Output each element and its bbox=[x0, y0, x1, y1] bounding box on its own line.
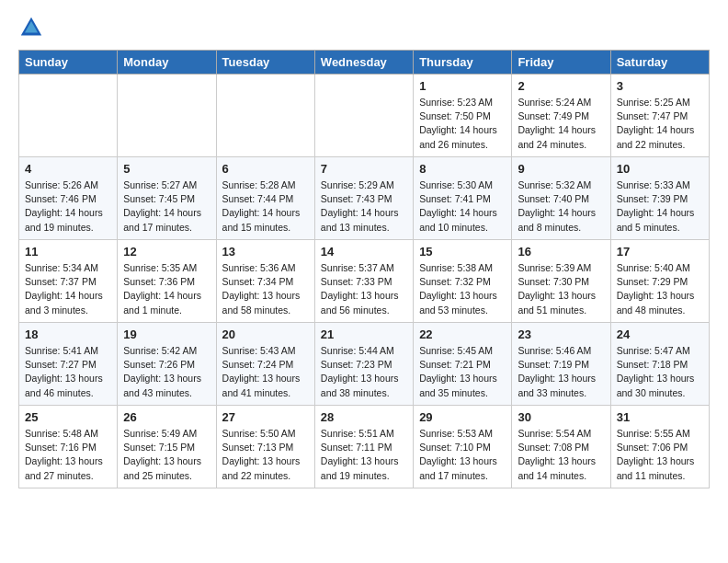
day-number: 1 bbox=[419, 79, 506, 93]
day-number: 9 bbox=[518, 162, 604, 176]
cell-info: Sunrise: 5:25 AM Sunset: 7:47 PM Dayligh… bbox=[617, 96, 703, 152]
calendar-cell bbox=[314, 75, 413, 157]
day-number: 10 bbox=[617, 162, 703, 176]
cell-info: Sunrise: 5:32 AM Sunset: 7:40 PM Dayligh… bbox=[518, 178, 604, 235]
cell-info: Sunrise: 5:35 AM Sunset: 7:36 PM Dayligh… bbox=[123, 261, 210, 317]
day-number: 31 bbox=[617, 410, 703, 424]
cell-info: Sunrise: 5:54 AM Sunset: 7:08 PM Dayligh… bbox=[518, 427, 604, 483]
cell-info: Sunrise: 5:40 AM Sunset: 7:29 PM Dayligh… bbox=[617, 261, 703, 317]
calendar-cell: 21Sunrise: 5:44 AM Sunset: 7:23 PM Dayli… bbox=[314, 323, 413, 406]
day-number: 5 bbox=[123, 162, 210, 176]
calendar-cell: 6Sunrise: 5:28 AM Sunset: 7:44 PM Daylig… bbox=[216, 157, 314, 240]
calendar-cell: 24Sunrise: 5:47 AM Sunset: 7:18 PM Dayli… bbox=[610, 323, 709, 406]
calendar-cell: 12Sunrise: 5:35 AM Sunset: 7:36 PM Dayli… bbox=[118, 240, 216, 323]
cell-info: Sunrise: 5:30 AM Sunset: 7:41 PM Dayligh… bbox=[419, 178, 506, 235]
calendar-cell: 4Sunrise: 5:26 AM Sunset: 7:46 PM Daylig… bbox=[19, 157, 118, 240]
calendar-cell: 8Sunrise: 5:30 AM Sunset: 7:41 PM Daylig… bbox=[414, 157, 512, 240]
cell-info: Sunrise: 5:34 AM Sunset: 7:37 PM Dayligh… bbox=[25, 261, 111, 317]
calendar-cell: 11Sunrise: 5:34 AM Sunset: 7:37 PM Dayli… bbox=[19, 240, 118, 323]
cell-info: Sunrise: 5:43 AM Sunset: 7:24 PM Dayligh… bbox=[222, 344, 309, 400]
day-number: 23 bbox=[518, 327, 604, 341]
calendar-week-row: 1Sunrise: 5:23 AM Sunset: 7:50 PM Daylig… bbox=[19, 75, 710, 157]
column-header-thursday: Thursday bbox=[414, 51, 512, 75]
cell-info: Sunrise: 5:55 AM Sunset: 7:06 PM Dayligh… bbox=[617, 427, 703, 483]
calendar-week-row: 18Sunrise: 5:41 AM Sunset: 7:27 PM Dayli… bbox=[19, 323, 710, 406]
calendar-cell: 13Sunrise: 5:36 AM Sunset: 7:34 PM Dayli… bbox=[216, 240, 314, 323]
day-number: 2 bbox=[518, 79, 604, 93]
logo bbox=[18, 15, 48, 40]
calendar-table: SundayMondayTuesdayWednesdayThursdayFrid… bbox=[18, 50, 710, 488]
column-header-monday: Monday bbox=[118, 51, 216, 75]
page-header bbox=[18, 15, 710, 40]
cell-info: Sunrise: 5:45 AM Sunset: 7:21 PM Dayligh… bbox=[419, 344, 506, 400]
day-number: 17 bbox=[617, 245, 703, 259]
calendar-cell bbox=[19, 75, 118, 157]
calendar-week-row: 4Sunrise: 5:26 AM Sunset: 7:46 PM Daylig… bbox=[19, 157, 710, 240]
calendar-cell: 10Sunrise: 5:33 AM Sunset: 7:39 PM Dayli… bbox=[610, 157, 709, 240]
day-number: 29 bbox=[419, 410, 506, 424]
calendar-cell: 31Sunrise: 5:55 AM Sunset: 7:06 PM Dayli… bbox=[610, 406, 709, 488]
day-number: 12 bbox=[123, 245, 210, 259]
column-header-tuesday: Tuesday bbox=[216, 51, 314, 75]
calendar-cell: 7Sunrise: 5:29 AM Sunset: 7:43 PM Daylig… bbox=[314, 157, 413, 240]
day-number: 22 bbox=[419, 327, 506, 341]
cell-info: Sunrise: 5:50 AM Sunset: 7:13 PM Dayligh… bbox=[222, 427, 309, 483]
day-number: 16 bbox=[518, 245, 604, 259]
cell-info: Sunrise: 5:53 AM Sunset: 7:10 PM Dayligh… bbox=[419, 427, 506, 483]
cell-info: Sunrise: 5:48 AM Sunset: 7:16 PM Dayligh… bbox=[25, 427, 111, 483]
cell-info: Sunrise: 5:47 AM Sunset: 7:18 PM Dayligh… bbox=[617, 344, 703, 400]
day-number: 24 bbox=[617, 327, 703, 341]
calendar-cell: 2Sunrise: 5:24 AM Sunset: 7:49 PM Daylig… bbox=[512, 75, 610, 157]
cell-info: Sunrise: 5:27 AM Sunset: 7:45 PM Dayligh… bbox=[123, 178, 210, 235]
day-number: 11 bbox=[25, 245, 111, 259]
cell-info: Sunrise: 5:28 AM Sunset: 7:44 PM Dayligh… bbox=[222, 178, 309, 235]
calendar-cell: 22Sunrise: 5:45 AM Sunset: 7:21 PM Dayli… bbox=[414, 323, 512, 406]
calendar-cell: 20Sunrise: 5:43 AM Sunset: 7:24 PM Dayli… bbox=[216, 323, 314, 406]
day-number: 7 bbox=[321, 162, 407, 176]
day-number: 8 bbox=[419, 162, 506, 176]
day-number: 25 bbox=[25, 410, 111, 424]
cell-info: Sunrise: 5:44 AM Sunset: 7:23 PM Dayligh… bbox=[321, 344, 407, 400]
cell-info: Sunrise: 5:49 AM Sunset: 7:15 PM Dayligh… bbox=[123, 427, 210, 483]
calendar-week-row: 25Sunrise: 5:48 AM Sunset: 7:16 PM Dayli… bbox=[19, 406, 710, 488]
calendar-header-row: SundayMondayTuesdayWednesdayThursdayFrid… bbox=[19, 51, 710, 75]
calendar-cell bbox=[118, 75, 216, 157]
calendar-cell: 23Sunrise: 5:46 AM Sunset: 7:19 PM Dayli… bbox=[512, 323, 610, 406]
column-header-sunday: Sunday bbox=[19, 51, 118, 75]
calendar-week-row: 11Sunrise: 5:34 AM Sunset: 7:37 PM Dayli… bbox=[19, 240, 710, 323]
logo-icon bbox=[18, 15, 44, 40]
calendar-cell: 30Sunrise: 5:54 AM Sunset: 7:08 PM Dayli… bbox=[512, 406, 610, 488]
day-number: 19 bbox=[123, 327, 210, 341]
calendar-cell bbox=[216, 75, 314, 157]
cell-info: Sunrise: 5:51 AM Sunset: 7:11 PM Dayligh… bbox=[321, 427, 407, 483]
calendar-cell: 28Sunrise: 5:51 AM Sunset: 7:11 PM Dayli… bbox=[314, 406, 413, 488]
cell-info: Sunrise: 5:24 AM Sunset: 7:49 PM Dayligh… bbox=[518, 96, 604, 152]
calendar-cell: 16Sunrise: 5:39 AM Sunset: 7:30 PM Dayli… bbox=[512, 240, 610, 323]
column-header-wednesday: Wednesday bbox=[314, 51, 413, 75]
cell-info: Sunrise: 5:33 AM Sunset: 7:39 PM Dayligh… bbox=[617, 178, 703, 235]
cell-info: Sunrise: 5:41 AM Sunset: 7:27 PM Dayligh… bbox=[25, 344, 111, 400]
day-number: 14 bbox=[321, 245, 407, 259]
cell-info: Sunrise: 5:29 AM Sunset: 7:43 PM Dayligh… bbox=[321, 178, 407, 235]
calendar-cell: 17Sunrise: 5:40 AM Sunset: 7:29 PM Dayli… bbox=[610, 240, 709, 323]
column-header-friday: Friday bbox=[512, 51, 610, 75]
day-number: 27 bbox=[222, 410, 309, 424]
cell-info: Sunrise: 5:42 AM Sunset: 7:26 PM Dayligh… bbox=[123, 344, 210, 400]
day-number: 4 bbox=[25, 162, 111, 176]
cell-info: Sunrise: 5:39 AM Sunset: 7:30 PM Dayligh… bbox=[518, 261, 604, 317]
day-number: 15 bbox=[419, 245, 506, 259]
day-number: 21 bbox=[321, 327, 407, 341]
cell-info: Sunrise: 5:38 AM Sunset: 7:32 PM Dayligh… bbox=[419, 261, 506, 317]
cell-info: Sunrise: 5:37 AM Sunset: 7:33 PM Dayligh… bbox=[321, 261, 407, 317]
day-number: 20 bbox=[222, 327, 309, 341]
column-header-saturday: Saturday bbox=[610, 51, 709, 75]
day-number: 30 bbox=[518, 410, 604, 424]
calendar-cell: 27Sunrise: 5:50 AM Sunset: 7:13 PM Dayli… bbox=[216, 406, 314, 488]
calendar-cell: 3Sunrise: 5:25 AM Sunset: 7:47 PM Daylig… bbox=[610, 75, 709, 157]
cell-info: Sunrise: 5:46 AM Sunset: 7:19 PM Dayligh… bbox=[518, 344, 604, 400]
calendar-cell: 19Sunrise: 5:42 AM Sunset: 7:26 PM Dayli… bbox=[118, 323, 216, 406]
calendar-cell: 14Sunrise: 5:37 AM Sunset: 7:33 PM Dayli… bbox=[314, 240, 413, 323]
cell-info: Sunrise: 5:26 AM Sunset: 7:46 PM Dayligh… bbox=[25, 178, 111, 235]
day-number: 13 bbox=[222, 245, 309, 259]
day-number: 18 bbox=[25, 327, 111, 341]
